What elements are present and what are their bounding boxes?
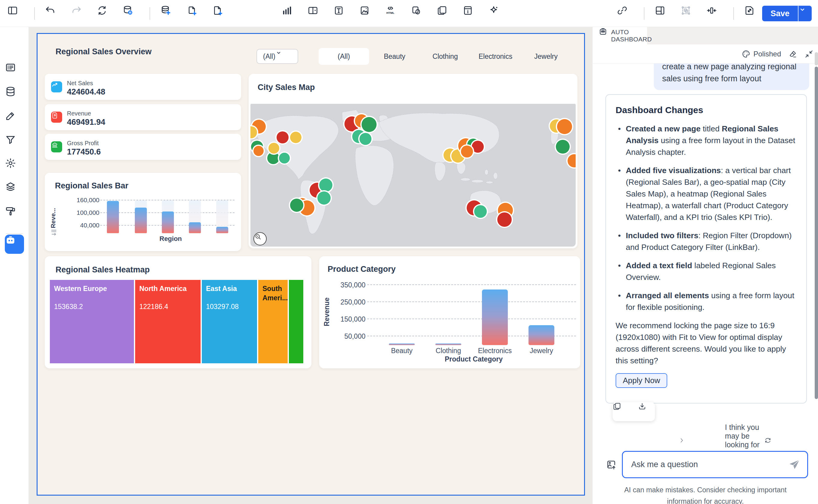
category-filter-item-clothing[interactable]: Clothing [420,48,470,65]
city-bubble-yellow[interactable] [269,143,279,154]
regional-sales-bar-card[interactable]: Regional Sales Bar Reve... 160,000 100,0… [45,173,241,251]
sidebar-item-database[interactable] [5,86,24,105]
category-filter-item-jewelry[interactable]: Jewelry [521,48,571,65]
bar-region-3[interactable] [162,211,174,233]
sidebar-item-outline-list[interactable] [5,62,24,81]
city-bubble-yellow[interactable] [290,132,302,143]
sidebar-item-layers[interactable] [5,181,24,200]
heatmap-block-south-ameri-[interactable]: South Ameri... [258,280,288,363]
category-filter-item-electronics[interactable]: Electronics [470,48,521,65]
city-bubble-teal[interactable] [317,191,331,205]
fit-width-button[interactable] [706,5,723,22]
kpi-card-gross-profit[interactable]: Gross Profit177450.6 [45,134,241,160]
clear-chat-button[interactable] [788,49,797,59]
save-dropdown-button[interactable] [798,6,812,21]
save-button[interactable]: Save [762,6,798,21]
city-bubble-teal[interactable] [359,133,371,145]
sidebar-item-theme-roller[interactable] [5,205,24,225]
category-filter-item-beauty[interactable]: Beauty [369,48,420,65]
sidebar-item-edit-pencil[interactable] [5,110,24,129]
city-bubble-red[interactable] [277,131,289,143]
bar-beauty[interactable] [389,343,415,345]
city-bubble-green[interactable] [556,140,570,154]
ai-sparkle-button[interactable] [488,5,505,22]
database-status-button[interactable] [122,5,139,22]
city-bubble-green[interactable] [267,152,279,164]
file-add-button[interactable] [212,5,229,22]
link-button[interactable] [617,5,634,22]
image-block-button[interactable] [359,5,376,22]
copy-icon[interactable] [612,402,630,421]
city-bubble-red[interactable] [497,212,512,227]
database-add-button[interactable] [160,5,177,22]
bar-jewelry[interactable] [528,325,554,345]
collapse-panel-button[interactable] [804,49,813,59]
city-bubble-teal[interactable] [279,153,290,163]
map-zoom-control[interactable] [254,232,267,245]
city-bubble-orange[interactable] [254,146,264,156]
city-sales-map-card[interactable]: City Sales Map [249,74,577,248]
block-label: East Asia [206,284,237,293]
city-bubble-teal[interactable] [474,205,487,218]
toolbar-group-insert: HTML [282,0,505,27]
panel-left-button[interactable] [7,5,24,22]
download-icon[interactable] [638,402,655,421]
question-input[interactable] [631,452,775,477]
dropdown-control-button[interactable] [308,5,324,22]
region-filter-dropdown[interactable]: (All) [257,49,298,64]
city-bubble-green[interactable] [290,199,303,212]
heatmap-block-western-europe[interactable]: Western Europe153638.2 [50,280,134,363]
city-bubble-green[interactable] [362,117,377,132]
city-bubble-teal[interactable] [319,179,332,192]
pan-hint-icon[interactable] [50,227,59,238]
dashboard-canvas[interactable]: Regional Sales Overview (All) (All)Beaut… [37,33,585,496]
product-category-card[interactable]: Product Category Revenue 350,000 250,000… [319,256,580,368]
bar-clothing[interactable] [435,343,461,345]
attach-image-button[interactable] [606,459,617,470]
bar-plot [100,197,234,233]
kpi-card-net-sales[interactable]: Net Sales424604.48 [45,74,241,100]
undo-button[interactable] [45,5,62,22]
tab-auto-dashboard[interactable]: AUTO DASHBOARD [592,27,647,44]
apply-now-button[interactable]: Apply Now [616,373,667,388]
bar-chart-button[interactable] [282,5,299,22]
kpi-card-revenue[interactable]: Revenue469491.94 [45,104,241,130]
redo-button[interactable] [71,5,88,22]
refresh-button[interactable] [97,5,113,22]
bar-region-2[interactable] [135,208,147,233]
city-bubble-red[interactable] [472,141,484,153]
city-bubble-orange[interactable] [461,145,473,157]
bar-electronics[interactable] [482,289,508,345]
regional-sales-heatmap-card[interactable]: Regional Sales Heatmap Western Europe153… [45,256,311,368]
html-embed-button[interactable]: HTML [385,5,402,22]
sidebar-item-settings-gear[interactable] [5,157,24,177]
bar-region-1[interactable] [107,201,119,233]
layers-icon [5,181,24,200]
chat-scrollbar-thumb[interactable] [815,67,818,399]
chevron-right-icon[interactable] [678,437,721,444]
page-resize-button[interactable] [744,5,761,22]
city-bubble-orange[interactable] [557,119,572,134]
sidebar-item-auto-dashboard[interactable] [5,235,24,254]
regenerate-suggestion-icon[interactable] [764,437,807,444]
duplicate-button[interactable] [437,5,453,22]
city-bubble-orange[interactable] [567,154,576,167]
group-objects-button[interactable] [681,5,697,22]
heatmap-block-unlabeled[interactable] [289,280,303,363]
sidebar-item-filter-funnel[interactable] [5,134,24,153]
category-filter-item-all[interactable]: (All) [319,48,369,65]
info-card-button[interactable] [462,5,479,22]
bar-region-5[interactable] [216,227,228,233]
layout-grid-button[interactable] [655,5,672,22]
file-copy-add-button[interactable] [186,5,203,22]
heatmap-block-north-america[interactable]: North America122186.4 [135,280,200,363]
shapes-button[interactable] [411,5,428,22]
bar-region-4[interactable] [189,222,201,233]
world-map[interactable] [251,104,576,247]
text-block-button[interactable] [333,5,350,22]
send-button[interactable] [788,458,801,471]
heatmap-block-east-asia[interactable]: East Asia103297.08 [202,280,257,363]
kpi-label: Gross Profit [67,140,99,147]
theme-selector[interactable]: Polished [741,49,781,59]
chat-scrollbar-track[interactable] [815,52,818,65]
